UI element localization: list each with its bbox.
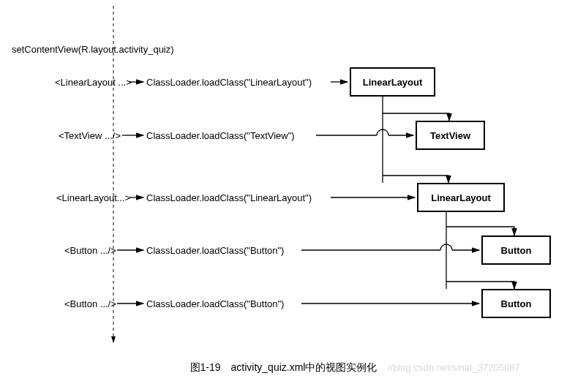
loader-button1: ClassLoader.loadClass("Button"): [146, 245, 284, 256]
box-linearlayout1-label: LinearLayout: [363, 77, 423, 88]
xml-linearlayout2: <LinearLayout...>: [56, 192, 130, 203]
box-textview-label: TextView: [430, 130, 470, 141]
box-linearlayout1: LinearLayout: [350, 67, 435, 97]
box-button2: Button: [481, 289, 551, 318]
box-button2-label: Button: [501, 298, 532, 309]
xml-button2: <Button .../>: [64, 298, 116, 309]
box-button1-label: Button: [501, 245, 532, 256]
loader-linearlayout1: ClassLoader.loadClass("LinearLayout"): [146, 77, 312, 88]
loader-textview: ClassLoader.loadClass("TextView"): [146, 130, 295, 141]
diagram-stage: setContentView(R.layout.activity_quiz) <…: [0, 0, 567, 392]
loader-button2: ClassLoader.loadClass("Button"): [146, 298, 284, 309]
xml-button1: <Button .../>: [64, 245, 116, 256]
figure-caption: 图1-19 activity_quiz.xml中的视图实例化: [0, 361, 567, 374]
box-textview: TextView: [416, 121, 485, 150]
xml-linearlayout1: <LinearLayout ...>: [55, 77, 132, 88]
box-linearlayout2: LinearLayout: [417, 183, 505, 212]
loader-linearlayout2: ClassLoader.loadClass("LinearLayout"): [146, 192, 312, 203]
box-linearlayout2-label: LinearLayout: [431, 192, 491, 203]
xml-textview: <TextView .../>: [59, 130, 121, 141]
box-button1: Button: [481, 235, 551, 265]
setcontentview-text: setContentView(R.layout.activity_quiz): [12, 44, 174, 55]
